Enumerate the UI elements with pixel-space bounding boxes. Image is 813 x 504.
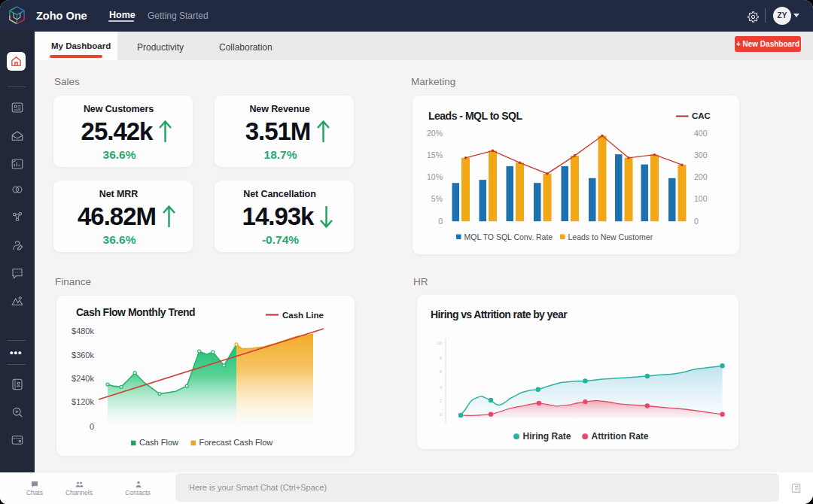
- svg-text:$480k: $480k: [72, 326, 94, 335]
- svg-text:0: 0: [90, 422, 94, 431]
- svg-text:15%: 15%: [427, 150, 443, 159]
- svg-text:5%: 5%: [431, 194, 443, 203]
- svg-text:Leads to New Customer: Leads to New Customer: [568, 232, 653, 241]
- svg-text:$120k: $120k: [72, 397, 94, 406]
- svg-text:Attrition Rate: Attrition Rate: [592, 431, 649, 442]
- svg-text:4: 4: [440, 385, 443, 390]
- svg-text:0: 0: [440, 412, 443, 417]
- svg-text:Hiring Rate: Hiring Rate: [523, 431, 571, 442]
- svg-text:Cash Flow: Cash Flow: [139, 438, 178, 447]
- svg-text:$240k: $240k: [72, 374, 94, 383]
- svg-text:Forecast Cash Flow: Forecast Cash Flow: [199, 438, 273, 447]
- svg-text:Cash Line: Cash Line: [282, 311, 324, 320]
- svg-text:CAC: CAC: [692, 111, 711, 120]
- svg-text:8: 8: [440, 356, 443, 360]
- svg-text:6: 6: [440, 369, 443, 374]
- svg-text:10%: 10%: [427, 172, 443, 181]
- svg-text:400: 400: [694, 129, 708, 138]
- svg-text:$360k: $360k: [72, 351, 94, 360]
- svg-text:300: 300: [694, 150, 708, 159]
- svg-text:10: 10: [437, 341, 442, 345]
- svg-text:100: 100: [694, 194, 708, 203]
- svg-text:0: 0: [438, 217, 443, 226]
- svg-text:MQL TO SQL Conv. Rate: MQL TO SQL Conv. Rate: [464, 232, 553, 241]
- svg-text:0: 0: [694, 217, 699, 226]
- svg-text:2: 2: [440, 399, 443, 403]
- svg-text:200: 200: [694, 172, 708, 181]
- svg-text:20%: 20%: [427, 129, 443, 138]
